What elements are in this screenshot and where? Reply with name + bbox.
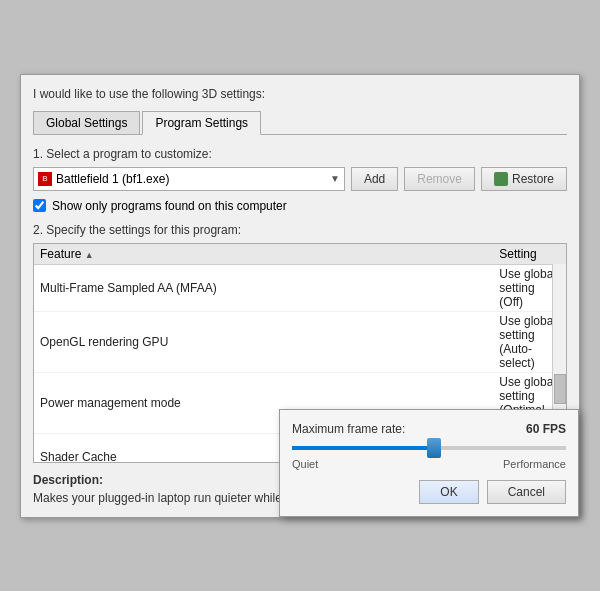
slider-labels: Quiet Performance — [292, 458, 566, 470]
remove-button[interactable]: Remove — [404, 167, 475, 191]
col-feature[interactable]: Feature ▲ — [34, 244, 493, 265]
ok-button[interactable]: OK — [419, 480, 478, 504]
popup-buttons: OK Cancel — [292, 480, 566, 504]
slider-track — [292, 446, 566, 450]
dropdown-arrow-icon: ▼ — [330, 173, 340, 184]
program-dropdown[interactable]: B Battlefield 1 (bf1.exe) ▼ — [33, 167, 345, 191]
tab-global-settings[interactable]: Global Settings — [33, 111, 140, 134]
popup-panel: Maximum frame rate: 60 FPS Quiet Perform… — [279, 409, 579, 517]
slider-thumb[interactable] — [427, 438, 441, 458]
restore-label: Restore — [512, 172, 554, 186]
restore-icon — [494, 172, 508, 186]
sort-arrow-icon: ▲ — [85, 250, 94, 260]
popup-value: 60 FPS — [526, 422, 566, 436]
program-row: B Battlefield 1 (bf1.exe) ▼ Add Remove R… — [33, 167, 567, 191]
scrollbar-thumb[interactable] — [554, 374, 566, 404]
program-icon: B — [38, 172, 52, 186]
show-only-checkbox[interactable] — [33, 199, 46, 212]
slider-label-performance: Performance — [503, 458, 566, 470]
slider-container[interactable] — [292, 446, 566, 450]
table-row[interactable]: OpenGL rendering GPUUse global setting (… — [34, 311, 566, 372]
checkbox-label[interactable]: Show only programs found on this compute… — [52, 199, 287, 213]
step2-label: 2. Specify the settings for this program… — [33, 223, 567, 237]
table-row[interactable]: Multi-Frame Sampled AA (MFAA)Use global … — [34, 264, 566, 311]
program-name: Battlefield 1 (bf1.exe) — [56, 172, 169, 186]
add-button[interactable]: Add — [351, 167, 398, 191]
popup-title-label: Maximum frame rate: — [292, 422, 405, 436]
popup-title-row: Maximum frame rate: 60 FPS — [292, 422, 566, 436]
col-setting[interactable]: Setting — [493, 244, 566, 265]
restore-button[interactable]: Restore — [481, 167, 567, 191]
panel-title: I would like to use the following 3D set… — [33, 87, 567, 101]
slider-label-quiet: Quiet — [292, 458, 318, 470]
feature-cell: OpenGL rendering GPU — [34, 311, 493, 372]
tab-program-settings[interactable]: Program Settings — [142, 111, 261, 135]
tabs-container: Global Settings Program Settings — [33, 111, 567, 135]
feature-cell: Multi-Frame Sampled AA (MFAA) — [34, 264, 493, 311]
main-panel: I would like to use the following 3D set… — [20, 74, 580, 518]
cancel-button[interactable]: Cancel — [487, 480, 566, 504]
slider-fill — [292, 446, 434, 450]
step1-label: 1. Select a program to customize: — [33, 147, 567, 161]
checkbox-row: Show only programs found on this compute… — [33, 199, 567, 213]
